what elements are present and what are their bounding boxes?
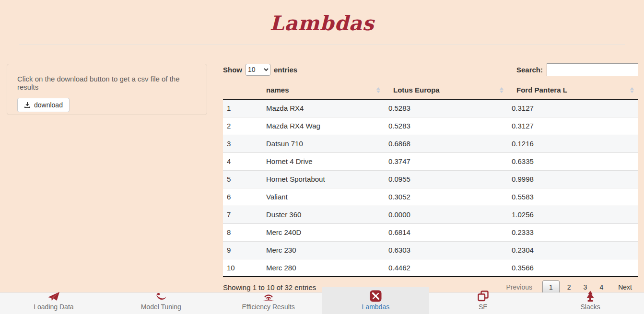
plane-badge-icon (370, 291, 382, 302)
tab-se[interactable]: SE (429, 287, 537, 314)
cell-lotus: 0.3747 (385, 152, 508, 170)
page-length-select[interactable]: 10 (246, 64, 270, 76)
signal-waves-icon (262, 291, 275, 302)
sort-icon[interactable] (376, 87, 380, 93)
row-index: 10 (223, 259, 262, 277)
cell-ford: 0.3127 (508, 117, 638, 135)
cell-lotus: 0.3052 (385, 188, 508, 206)
tab-lambdas[interactable]: Lambdas (322, 287, 429, 314)
search-label: Search: (516, 66, 543, 74)
show-label: Show (223, 66, 242, 74)
app-screen: Lambdas Click on the download button to … (0, 0, 644, 314)
cell-lotus: 0.5283 (385, 117, 508, 135)
header-ford-label: Ford Pantera L (516, 86, 567, 94)
cell-name: Merc 240D (262, 223, 385, 241)
tab-slacks[interactable]: Slacks (537, 287, 644, 314)
sort-icon[interactable] (630, 87, 634, 93)
table-row[interactable]: 3 Datsun 710 0.6868 0.1216 (223, 135, 638, 152)
cell-ford: 0.5583 (508, 188, 638, 206)
cell-lotus: 0.6814 (385, 223, 508, 241)
table-row[interactable]: 5 Hornet Sportabout 0.0955 0.9998 (223, 170, 638, 188)
tab-label: SE (479, 303, 488, 311)
cell-name: Merc 230 (262, 241, 385, 259)
cell-ford: 0.3127 (508, 99, 638, 117)
paper-plane-icon (47, 291, 60, 302)
tab-label: Model Tuning (141, 303, 181, 311)
cell-ford: 1.0256 (508, 206, 638, 223)
cell-ford: 0.3566 (508, 259, 638, 277)
navbar-tabs: Loading Data Model Tuning Efficiency (0, 287, 644, 314)
row-index: 5 (223, 170, 262, 188)
header-names-label: names (266, 86, 289, 94)
row-index: 4 (223, 152, 262, 170)
row-index: 8 (223, 223, 262, 241)
cell-name: Merc 280 (262, 259, 385, 277)
row-index: 1 (223, 99, 262, 117)
cell-lotus: 0.4462 (385, 259, 508, 277)
cell-lotus: 0.0000 (385, 206, 508, 223)
cell-ford: 0.2304 (508, 241, 638, 259)
copy-squares-icon (477, 291, 489, 302)
page-length-control: Show 10 entries (223, 64, 297, 76)
download-button-label: download (34, 101, 63, 109)
row-index: 7 (223, 206, 262, 223)
table-header-row: names Lotus Europa Ford Pantera L (223, 81, 638, 99)
cell-lotus: 0.5283 (385, 99, 508, 117)
tab-loading-data[interactable]: Loading Data (0, 287, 107, 314)
header-lotus-label: Lotus Europa (393, 86, 440, 94)
cell-lotus: 0.0955 (385, 170, 508, 188)
table-row[interactable]: 10 Merc 280 0.4462 0.3566 (223, 259, 638, 277)
download-hint-text: Click on the download button to get a cs… (17, 75, 197, 91)
cell-name: Valiant (262, 188, 385, 206)
table-row[interactable]: 4 Hornet 4 Drive 0.3747 0.6335 (223, 152, 638, 170)
search-input[interactable] (547, 63, 638, 76)
header-lotus-europa[interactable]: Lotus Europa (385, 81, 508, 99)
search-control: Search: (516, 63, 638, 76)
table-controls: Show 10 entries Search: (223, 62, 638, 77)
row-index: 2 (223, 117, 262, 135)
table-row[interactable]: 9 Merc 230 0.6303 0.2304 (223, 241, 638, 259)
download-button[interactable]: download (17, 98, 70, 112)
table-row[interactable]: 7 Duster 360 0.0000 1.0256 (223, 206, 638, 223)
tab-label: Efficiency Results (242, 303, 294, 311)
cell-name: Datsun 710 (262, 135, 385, 152)
cell-name: Mazda RX4 Wag (262, 117, 385, 135)
cell-name: Mazda RX4 (262, 99, 385, 117)
tree-icon (585, 291, 596, 302)
tab-label: Lambdas (362, 303, 390, 311)
cell-ford: 0.2333 (508, 223, 638, 241)
cell-ford: 0.1216 (508, 135, 638, 152)
cell-name: Hornet 4 Drive (262, 152, 385, 170)
header-index (223, 81, 262, 99)
download-icon (24, 102, 31, 108)
table-row[interactable]: 2 Mazda RX4 Wag 0.5283 0.3127 (223, 117, 638, 135)
table-row[interactable]: 8 Merc 240D 0.6814 0.2333 (223, 223, 638, 241)
crescent-icon (155, 291, 167, 302)
row-index: 6 (223, 188, 262, 206)
tab-model-tuning[interactable]: Model Tuning (107, 287, 215, 314)
row-index: 3 (223, 135, 262, 152)
download-panel: Click on the download button to get a cs… (7, 64, 207, 115)
table-row[interactable]: 1 Mazda RX4 0.5283 0.3127 (223, 99, 638, 117)
header-divider (19, 44, 625, 45)
cell-ford: 0.6335 (508, 152, 638, 170)
sort-icon[interactable] (500, 87, 503, 93)
cell-lotus: 0.6868 (385, 135, 508, 152)
table-row[interactable]: 6 Valiant 0.3052 0.5583 (223, 188, 638, 206)
tab-efficiency-results[interactable]: Efficiency Results (215, 287, 322, 314)
datatable-region: Show 10 entries Search: names (223, 62, 638, 294)
tab-label: Loading Data (34, 303, 73, 311)
header-ford-pantera[interactable]: Ford Pantera L (508, 81, 638, 99)
tab-label: Slacks (580, 303, 600, 311)
cell-name: Duster 360 (262, 206, 385, 223)
header-names[interactable]: names (262, 81, 385, 99)
cell-lotus: 0.6303 (385, 241, 508, 259)
entries-label: entries (274, 66, 297, 74)
results-table: names Lotus Europa Ford Pantera L 1 (223, 81, 638, 277)
row-index: 9 (223, 241, 262, 259)
cell-ford: 0.9998 (508, 170, 638, 188)
page-title: Lambdas (0, 12, 644, 35)
cell-name: Hornet Sportabout (262, 170, 385, 188)
